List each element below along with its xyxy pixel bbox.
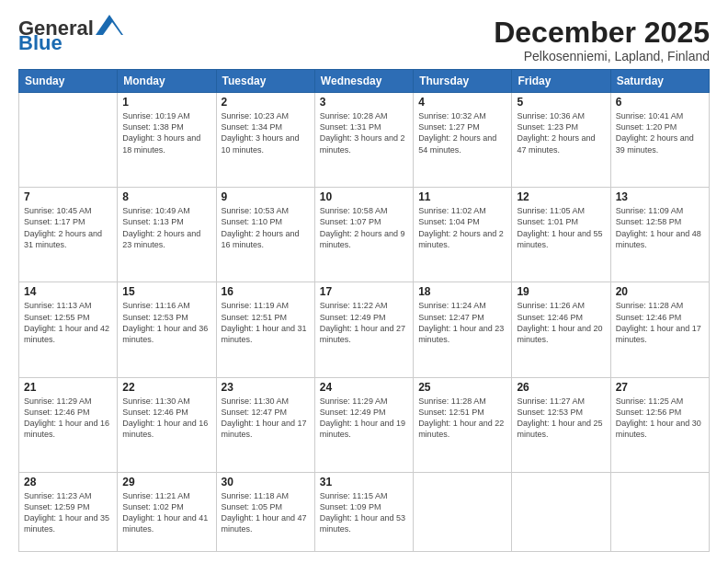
day-number: 29 — [122, 476, 210, 488]
table-row: 26Sunrise: 11:27 AM Sunset: 12:53 PM Day… — [512, 377, 610, 472]
day-number: 16 — [222, 285, 310, 298]
day-number: 18 — [418, 285, 506, 298]
calendar-week-row: 28Sunrise: 11:23 AM Sunset: 12:59 PM Day… — [19, 472, 710, 551]
table-row — [414, 472, 512, 551]
day-info: Sunrise: 10:49 AM Sunset: 1:13 PM Daylig… — [122, 205, 210, 250]
day-info: Sunrise: 11:16 AM Sunset: 12:53 PM Dayli… — [122, 300, 210, 345]
table-row: 5Sunrise: 10:36 AM Sunset: 1:23 PM Dayli… — [512, 93, 610, 188]
day-number: 21 — [24, 381, 112, 394]
day-number: 7 — [24, 190, 112, 203]
table-row: 6Sunrise: 10:41 AM Sunset: 1:20 PM Dayli… — [610, 93, 709, 188]
day-number: 20 — [616, 285, 704, 298]
day-info: Sunrise: 10:28 AM Sunset: 1:31 PM Daylig… — [320, 110, 408, 155]
calendar-title: December 2025 — [494, 17, 710, 49]
day-info: Sunrise: 11:28 AM Sunset: 12:51 PM Dayli… — [418, 396, 506, 441]
day-info: Sunrise: 11:13 AM Sunset: 12:55 PM Dayli… — [24, 300, 112, 345]
table-row — [512, 472, 610, 551]
table-row: 3Sunrise: 10:28 AM Sunset: 1:31 PM Dayli… — [314, 93, 413, 188]
table-row: 22Sunrise: 11:30 AM Sunset: 12:46 PM Day… — [118, 377, 216, 472]
table-row: 31Sunrise: 11:15 AM Sunset: 1:09 PM Dayl… — [314, 472, 413, 551]
table-row: 12Sunrise: 11:05 AM Sunset: 1:01 PM Dayl… — [512, 188, 610, 282]
day-number: 3 — [320, 96, 408, 109]
day-number: 28 — [24, 476, 112, 488]
day-info: Sunrise: 11:27 AM Sunset: 12:53 PM Dayli… — [517, 396, 605, 441]
table-row — [610, 472, 709, 551]
day-number: 5 — [517, 96, 605, 109]
table-row: 4Sunrise: 10:32 AM Sunset: 1:27 PM Dayli… — [414, 93, 512, 188]
header-friday: Friday — [512, 70, 610, 93]
day-info: Sunrise: 10:19 AM Sunset: 1:38 PM Daylig… — [122, 110, 210, 155]
day-info: Sunrise: 10:36 AM Sunset: 1:23 PM Daylig… — [517, 110, 605, 155]
day-number: 31 — [320, 476, 408, 488]
day-number: 8 — [122, 190, 210, 203]
header-monday: Monday — [118, 70, 216, 93]
day-number: 2 — [222, 96, 310, 109]
table-row: 14Sunrise: 11:13 AM Sunset: 12:55 PM Day… — [19, 282, 118, 377]
table-row: 10Sunrise: 10:58 AM Sunset: 1:07 PM Dayl… — [314, 188, 413, 282]
table-row: 24Sunrise: 11:29 AM Sunset: 12:49 PM Day… — [314, 377, 413, 472]
day-number: 19 — [517, 285, 605, 298]
day-info: Sunrise: 11:29 AM Sunset: 12:49 PM Dayli… — [320, 396, 408, 441]
day-number: 26 — [517, 381, 605, 394]
day-info: Sunrise: 10:53 AM Sunset: 1:10 PM Daylig… — [222, 205, 310, 250]
day-info: Sunrise: 11:29 AM Sunset: 12:46 PM Dayli… — [24, 396, 112, 441]
table-row: 9Sunrise: 10:53 AM Sunset: 1:10 PM Dayli… — [216, 188, 314, 282]
day-number: 1 — [122, 96, 210, 109]
logo: General Blue — [18, 17, 123, 55]
day-info: Sunrise: 10:58 AM Sunset: 1:07 PM Daylig… — [320, 205, 408, 250]
calendar-week-row: 14Sunrise: 11:13 AM Sunset: 12:55 PM Day… — [19, 282, 710, 377]
weekday-header-row: Sunday Monday Tuesday Wednesday Thursday… — [19, 70, 710, 93]
day-info: Sunrise: 11:05 AM Sunset: 1:01 PM Daylig… — [517, 205, 605, 250]
header-thursday: Thursday — [414, 70, 512, 93]
day-number: 15 — [122, 285, 210, 298]
day-info: Sunrise: 10:45 AM Sunset: 1:17 PM Daylig… — [24, 205, 112, 250]
day-number: 23 — [222, 381, 310, 394]
day-info: Sunrise: 11:30 AM Sunset: 12:46 PM Dayli… — [122, 396, 210, 441]
day-info: Sunrise: 11:02 AM Sunset: 1:04 PM Daylig… — [418, 205, 506, 250]
day-info: Sunrise: 11:30 AM Sunset: 12:47 PM Dayli… — [222, 396, 310, 441]
table-row: 25Sunrise: 11:28 AM Sunset: 12:51 PM Day… — [414, 377, 512, 472]
header-saturday: Saturday — [610, 70, 709, 93]
calendar-subtitle: Pelkosenniemi, Lapland, Finland — [494, 49, 710, 63]
table-row: 15Sunrise: 11:16 AM Sunset: 12:53 PM Day… — [118, 282, 216, 377]
day-info: Sunrise: 10:41 AM Sunset: 1:20 PM Daylig… — [616, 110, 704, 155]
table-row: 16Sunrise: 11:19 AM Sunset: 12:51 PM Day… — [216, 282, 314, 377]
table-row: 7Sunrise: 10:45 AM Sunset: 1:17 PM Dayli… — [19, 188, 118, 282]
day-number: 11 — [418, 190, 506, 203]
day-info: Sunrise: 10:23 AM Sunset: 1:34 PM Daylig… — [222, 110, 310, 155]
day-info: Sunrise: 11:28 AM Sunset: 12:46 PM Dayli… — [616, 300, 704, 345]
day-number: 10 — [320, 190, 408, 203]
calendar-week-row: 21Sunrise: 11:29 AM Sunset: 12:46 PM Day… — [19, 377, 710, 472]
table-row: 8Sunrise: 10:49 AM Sunset: 1:13 PM Dayli… — [118, 188, 216, 282]
calendar-table: Sunday Monday Tuesday Wednesday Thursday… — [18, 69, 710, 552]
day-number: 6 — [616, 96, 704, 109]
table-row: 17Sunrise: 11:22 AM Sunset: 12:49 PM Day… — [314, 282, 413, 377]
header: General Blue December 2025 Pelkosenniemi… — [18, 17, 710, 63]
day-info: Sunrise: 11:26 AM Sunset: 12:46 PM Dayli… — [517, 300, 605, 345]
table-row: 23Sunrise: 11:30 AM Sunset: 12:47 PM Day… — [216, 377, 314, 472]
day-info: Sunrise: 11:19 AM Sunset: 12:51 PM Dayli… — [222, 300, 310, 345]
table-row — [19, 93, 118, 188]
day-number: 12 — [517, 190, 605, 203]
header-wednesday: Wednesday — [314, 70, 413, 93]
day-number: 9 — [222, 190, 310, 203]
day-info: Sunrise: 11:25 AM Sunset: 12:56 PM Dayli… — [616, 396, 704, 441]
day-number: 17 — [320, 285, 408, 298]
table-row: 2Sunrise: 10:23 AM Sunset: 1:34 PM Dayli… — [216, 93, 314, 188]
table-row: 18Sunrise: 11:24 AM Sunset: 12:47 PM Day… — [414, 282, 512, 377]
day-info: Sunrise: 11:09 AM Sunset: 12:58 PM Dayli… — [616, 205, 704, 250]
day-number: 27 — [616, 381, 704, 394]
title-block: December 2025 Pelkosenniemi, Lapland, Fi… — [494, 17, 710, 63]
day-info: Sunrise: 11:18 AM Sunset: 1:05 PM Daylig… — [222, 490, 310, 535]
day-info: Sunrise: 11:15 AM Sunset: 1:09 PM Daylig… — [320, 490, 408, 535]
header-tuesday: Tuesday — [216, 70, 314, 93]
table-row: 1Sunrise: 10:19 AM Sunset: 1:38 PM Dayli… — [118, 93, 216, 188]
day-info: Sunrise: 10:32 AM Sunset: 1:27 PM Daylig… — [418, 110, 506, 155]
day-number: 24 — [320, 381, 408, 394]
table-row: 30Sunrise: 11:18 AM Sunset: 1:05 PM Dayl… — [216, 472, 314, 551]
table-row: 13Sunrise: 11:09 AM Sunset: 12:58 PM Day… — [610, 188, 709, 282]
table-row: 29Sunrise: 11:21 AM Sunset: 1:02 PM Dayl… — [118, 472, 216, 551]
logo-icon — [96, 15, 123, 35]
day-info: Sunrise: 11:23 AM Sunset: 12:59 PM Dayli… — [24, 490, 112, 535]
table-row: 28Sunrise: 11:23 AM Sunset: 12:59 PM Day… — [19, 472, 118, 551]
